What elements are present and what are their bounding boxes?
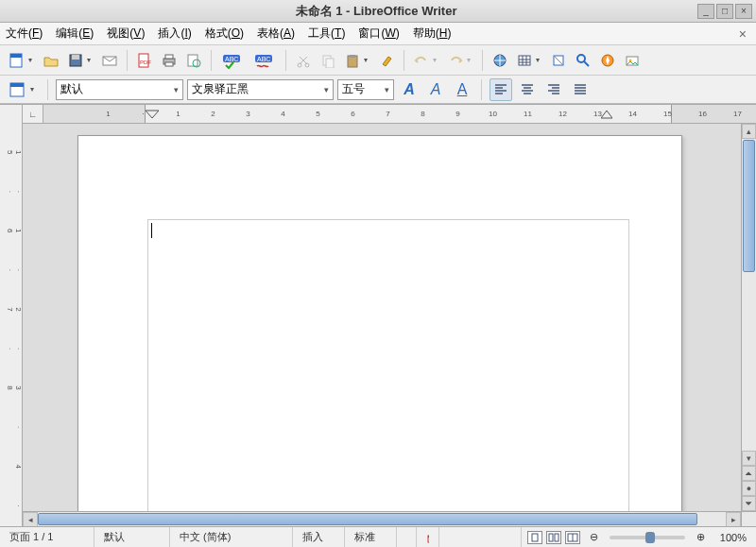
redo-button[interactable] <box>444 49 467 72</box>
save-button[interactable] <box>64 49 87 72</box>
status-page[interactable]: 页面 1 / 1 <box>0 527 94 547</box>
menu-format[interactable]: 格式(O) <box>205 26 244 42</box>
zoom-slider[interactable] <box>610 536 685 539</box>
undo-button[interactable] <box>410 49 433 72</box>
print-preview-button[interactable] <box>182 49 205 72</box>
menu-file[interactable]: 文件(F) <box>6 26 43 42</box>
align-right-button[interactable] <box>542 78 565 101</box>
underline-button[interactable]: A <box>451 78 473 101</box>
find-replace-button[interactable] <box>572 49 594 72</box>
menu-window[interactable]: 窗口(W) <box>358 26 399 42</box>
text-body-frame[interactable] <box>147 219 629 511</box>
hyperlink-button[interactable] <box>489 49 511 72</box>
redo-dropdown[interactable]: ▾ <box>467 56 476 64</box>
vertical-ruler[interactable]: 1 · 1 · 2 · 3 · 4 · 5 · 6 · 7 · 8 <box>0 105 23 526</box>
styles-window-button[interactable] <box>6 78 28 101</box>
hruler-ticks: 1·123456789101112131415161718 <box>91 110 756 118</box>
nav-object-button[interactable]: ● <box>742 481 756 496</box>
document-canvas[interactable] <box>23 124 741 511</box>
status-insert-mode[interactable]: 插入 <box>293 527 345 547</box>
cut-button[interactable] <box>292 49 315 72</box>
table-button[interactable] <box>513 49 536 72</box>
svg-rect-36 <box>532 534 538 541</box>
open-button[interactable] <box>40 49 62 72</box>
undo-dropdown[interactable]: ▾ <box>433 56 442 64</box>
bold-button[interactable]: A <box>398 78 421 101</box>
font-size-input[interactable] <box>342 83 385 96</box>
new-document-dropdown[interactable]: ▾ <box>28 56 38 64</box>
vertical-scrollbar[interactable]: ▴ ▾ ⏶ ● ⏷ <box>741 124 756 511</box>
auto-spellcheck-button[interactable]: ABC <box>249 49 280 72</box>
scroll-up-button[interactable]: ▴ <box>742 124 756 139</box>
document-close-button[interactable]: × <box>735 26 750 42</box>
email-button[interactable] <box>98 49 121 72</box>
separator <box>285 50 286 71</box>
menu-table[interactable]: 表格(A) <box>257 26 295 42</box>
zoom-percent[interactable]: 100% <box>709 527 756 547</box>
svg-rect-31 <box>10 83 24 87</box>
table-dropdown[interactable]: ▾ <box>536 56 545 64</box>
window-title: 未命名 1 - LibreOffice Writer <box>57 3 696 20</box>
single-page-view-button[interactable] <box>527 531 542 544</box>
status-style[interactable]: 默认 <box>94 527 170 547</box>
chevron-down-icon: ▾ <box>174 85 179 94</box>
print-button[interactable] <box>158 49 180 72</box>
menu-tools[interactable]: 工具(T) <box>308 26 345 42</box>
window-maximize-button[interactable]: □ <box>716 4 733 19</box>
paste-button[interactable] <box>341 49 364 72</box>
horizontal-ruler[interactable]: 1·123456789101112131415161718 <box>43 105 756 123</box>
status-selection-mode[interactable]: 标准 <box>345 527 397 547</box>
paragraph-style-input[interactable] <box>60 83 174 96</box>
spellcheck-button[interactable]: ABC <box>217 49 248 72</box>
next-page-button[interactable]: ⏷ <box>742 496 756 511</box>
copy-button[interactable] <box>317 49 339 72</box>
menu-view[interactable]: 视图(V) <box>107 26 145 42</box>
styles-dropdown[interactable]: ▾ <box>30 85 40 94</box>
svg-text:ABC: ABC <box>225 56 238 62</box>
font-name-combo[interactable]: ▾ <box>187 79 334 100</box>
svg-rect-3 <box>72 55 79 60</box>
align-justify-button[interactable] <box>569 78 592 101</box>
italic-button[interactable]: A <box>424 78 447 101</box>
new-document-button[interactable] <box>6 49 28 72</box>
title-bar: 未命名 1 - LibreOffice Writer _ □ × <box>0 0 756 23</box>
scroll-down-button[interactable]: ▾ <box>742 451 756 466</box>
menu-help[interactable]: 帮助(H) <box>413 26 452 42</box>
export-pdf-button[interactable]: PDF <box>133 49 156 72</box>
align-left-button[interactable] <box>490 78 512 101</box>
standard-toolbar: ▾ ▾ PDF ABC ABC ▾ ▾ ▾ ▾ <box>0 45 756 76</box>
navigator-button[interactable] <box>596 49 619 72</box>
save-dropdown[interactable]: ▾ <box>87 56 96 64</box>
show-draw-functions-button[interactable] <box>547 49 570 72</box>
font-size-combo[interactable]: ▾ <box>337 79 394 100</box>
format-paintbrush-button[interactable] <box>375 49 398 72</box>
status-signature[interactable] <box>417 527 439 547</box>
scroll-right-button[interactable]: ▸ <box>726 512 741 526</box>
text-cursor <box>151 223 152 238</box>
menu-insert[interactable]: 插入(I) <box>158 26 191 42</box>
zoom-slider-knob[interactable] <box>645 532 655 543</box>
horizontal-scroll-thumb[interactable] <box>38 513 697 525</box>
chevron-down-icon: ▾ <box>324 85 329 94</box>
paste-dropdown[interactable]: ▾ <box>364 56 373 64</box>
multi-page-view-button[interactable] <box>546 531 561 544</box>
zoom-in-button[interactable]: ⊕ <box>693 527 709 547</box>
font-name-input[interactable] <box>192 83 324 96</box>
vertical-scroll-thumb[interactable] <box>743 140 755 272</box>
scroll-left-button[interactable]: ◂ <box>23 512 38 526</box>
prev-page-button[interactable]: ⏶ <box>742 466 756 481</box>
window-close-button[interactable]: × <box>735 4 752 19</box>
separator <box>47 79 48 100</box>
status-language[interactable]: 中文 (简体) <box>170 527 293 547</box>
page[interactable] <box>77 135 682 511</box>
gallery-button[interactable] <box>621 49 644 72</box>
align-center-button[interactable] <box>516 78 539 101</box>
window-minimize-button[interactable]: _ <box>697 4 714 19</box>
menu-edit[interactable]: 编辑(E) <box>56 26 94 42</box>
paragraph-style-combo[interactable]: ▾ <box>56 79 183 100</box>
zoom-out-button[interactable]: ⊖ <box>586 527 602 547</box>
separator <box>481 79 482 100</box>
book-view-button[interactable] <box>565 531 580 544</box>
svg-text:PDF: PDF <box>140 60 151 65</box>
horizontal-scrollbar[interactable]: ◂ ▸ <box>23 511 756 526</box>
